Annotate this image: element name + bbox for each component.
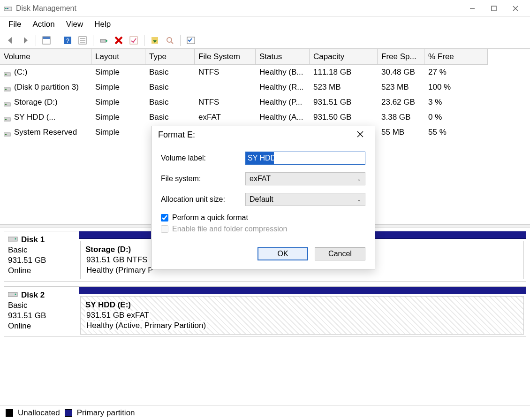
dialog-close-button[interactable] (352, 130, 368, 140)
svg-point-18 (106, 40, 107, 42)
properties-icon[interactable] (40, 34, 53, 47)
cell-volume: SY HDD (... (14, 113, 55, 122)
chevron-down-icon: ⌄ (357, 176, 361, 182)
delete-icon[interactable] (112, 34, 125, 47)
svg-rect-30 (5, 89, 7, 90)
compression-input (161, 225, 168, 233)
col-layout[interactable]: Layout (91, 49, 145, 65)
disk-size: 931.51 GB (8, 256, 75, 265)
quick-format-checkbox[interactable]: Perform a quick format (161, 214, 365, 222)
cell-pct: 27 % (428, 68, 447, 76)
quick-format-input[interactable] (161, 214, 168, 221)
dialog-title: Format E: (158, 130, 195, 140)
disk-name: Disk 1 (21, 235, 45, 244)
partition-body[interactable]: SY HDD (E:)931.51 GB exFATHealthy (Activ… (80, 296, 524, 335)
back-button[interactable] (4, 34, 17, 47)
col-volume[interactable]: Volume (0, 49, 91, 65)
cell-pct: 3 % (428, 98, 442, 107)
menu-help[interactable]: Help (90, 18, 115, 31)
search-icon[interactable] (163, 34, 176, 47)
new-vol-icon[interactable] (148, 34, 161, 47)
volume-label-label: Volume label: (161, 154, 245, 162)
table-row[interactable]: SY HDD (...SimpleBasicexFATHealthy (A...… (0, 110, 530, 125)
disk-type: Basic (8, 301, 75, 310)
table-row[interactable]: (Disk 0 partition 3)SimpleBasicHealthy (… (0, 80, 530, 95)
forward-button[interactable] (19, 34, 32, 47)
svg-point-24 (167, 38, 172, 42)
cell-capacity: 931.50 GB (313, 113, 351, 122)
toolbar: ? (0, 32, 530, 49)
menu-action[interactable]: Action (28, 18, 59, 31)
cell-type: Basic (149, 68, 169, 76)
cell-capacity: 111.18 GB (313, 68, 351, 76)
window-title: Disk Management (16, 4, 462, 13)
disk-type: Basic (8, 245, 75, 255)
col-capacity[interactable]: Capacity (310, 49, 378, 65)
disk-state: Online (8, 266, 75, 275)
title-bar: Disk Management (0, 0, 530, 17)
cell-layout: Simple (95, 128, 120, 137)
quick-format-label: Perform a quick format (172, 214, 248, 222)
cell-fs: NTFS (198, 68, 219, 76)
cell-layout: Simple (95, 83, 120, 92)
help-icon[interactable]: ? (61, 34, 74, 47)
cell-pct: 55 % (428, 128, 447, 137)
chevron-down-icon: ⌄ (357, 197, 361, 203)
partition-line1: 931.51 GB exFAT (85, 311, 150, 320)
col-type[interactable]: Type (145, 49, 195, 65)
ok-button[interactable]: OK (257, 247, 308, 260)
allocation-select[interactable]: Default ⌄ (245, 193, 365, 206)
svg-marker-7 (8, 37, 12, 44)
legend-bar: Unallocated Primary partition (0, 405, 530, 420)
connect-icon[interactable] (97, 34, 110, 47)
svg-rect-2 (7, 8, 8, 9)
svg-rect-10 (43, 37, 50, 39)
col-status[interactable]: Status (256, 49, 310, 65)
options-icon[interactable] (184, 34, 197, 47)
svg-line-25 (171, 42, 173, 44)
svg-rect-4 (492, 6, 496, 11)
details-icon[interactable] (76, 34, 89, 47)
minimize-button[interactable] (462, 1, 483, 15)
partition-title: SY HDD (E:) (85, 300, 519, 310)
partition-line2: Healthy (Active, Primary Partition) (85, 321, 207, 330)
legend-primary: Primary partition (77, 408, 135, 418)
svg-rect-1 (5, 8, 7, 9)
filesystem-select[interactable]: exFAT ⌄ (245, 172, 365, 185)
volume-label-input[interactable] (245, 152, 365, 165)
table-row[interactable]: Storage (D:)SimpleBasicNTFSHealthy (P...… (0, 95, 530, 110)
cell-free: 523 MB (381, 83, 409, 92)
cell-status: Healthy (R... (259, 83, 303, 92)
compression-label: Enable file and folder compression (172, 225, 287, 233)
col-pctfree[interactable]: % Free (424, 49, 488, 65)
menu-view[interactable]: View (61, 18, 88, 31)
filesystem-value: exFAT (250, 175, 271, 183)
menu-file[interactable]: File (4, 18, 26, 31)
cell-pct: 0 % (428, 113, 442, 122)
disk-state: Online (8, 321, 75, 331)
cell-type: Basic (149, 98, 169, 107)
cell-fs: exFAT (198, 113, 221, 122)
svg-marker-8 (24, 37, 28, 44)
allocation-label: Allocation unit size: (161, 195, 245, 204)
partition-bar (79, 287, 526, 294)
col-filesystem[interactable]: File System (195, 49, 256, 65)
cell-volume: (C:) (14, 68, 27, 76)
svg-point-40 (15, 294, 16, 295)
check-icon[interactable] (127, 34, 140, 47)
close-button[interactable] (505, 1, 526, 15)
svg-rect-21 (130, 37, 137, 44)
cell-volume: System Reserved (14, 128, 77, 137)
disk-size: 931.51 GB (8, 311, 75, 321)
maximize-button[interactable] (483, 1, 505, 15)
cell-status: Healthy (B... (259, 68, 303, 76)
disk-pane[interactable]: Disk 2Basic931.51 GBOnlineSY HDD (E:)931… (4, 286, 526, 337)
partition-line1: 931.51 GB NTFS (85, 255, 148, 265)
cell-volume: (Disk 0 partition 3) (14, 83, 79, 92)
app-icon (4, 4, 12, 13)
cancel-button[interactable]: Cancel (315, 247, 365, 260)
cell-capacity: 523 MB (313, 83, 341, 92)
disk-name: Disk 2 (21, 290, 45, 299)
col-freespace[interactable]: Free Sp... (378, 49, 424, 65)
table-row[interactable]: (C:)SimpleBasicNTFSHealthy (B...111.18 G… (0, 65, 530, 80)
